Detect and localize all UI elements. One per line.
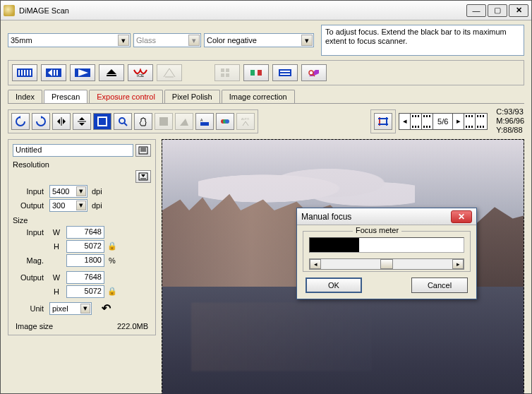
next-frame-button[interactable]: ▸ <box>453 114 464 129</box>
tab-pixel-polish[interactable]: Pixel Polish <box>164 90 220 103</box>
reset-button[interactable]: ↶ <box>97 302 114 315</box>
lock-icon[interactable]: 🔒 <box>107 287 117 297</box>
svg-marker-32 <box>79 117 85 120</box>
prescan-all-button[interactable] <box>41 64 66 81</box>
window-title: DiMAGE Scan <box>19 6 466 15</box>
dialog-titlebar[interactable]: Manual focus ✕ <box>297 208 476 225</box>
rotate-right-button[interactable] <box>32 113 50 130</box>
flip-vertical-button[interactable] <box>73 113 91 130</box>
svg-rect-4 <box>27 70 28 76</box>
svg-rect-2 <box>21 70 23 76</box>
size-label: Size <box>13 216 151 225</box>
svg-point-44 <box>225 119 229 124</box>
yellow-readout: Y:88/88 <box>496 126 524 135</box>
input-h-field[interactable]: 5072 <box>66 240 104 253</box>
scan-button[interactable] <box>70 64 95 81</box>
output-w-field[interactable]: 7648 <box>66 271 104 284</box>
ok-button[interactable]: OK <box>306 277 362 293</box>
unit-select[interactable]: pixel▾ <box>49 302 92 315</box>
eject-button[interactable] <box>99 64 124 81</box>
manual-focus-button <box>175 113 193 130</box>
svg-marker-55 <box>141 174 145 177</box>
focus-meter-label: Focus meter <box>353 226 401 234</box>
input-res-select[interactable]: 5400▾ <box>49 185 87 198</box>
app-icon <box>4 5 15 16</box>
svg-marker-39 <box>180 119 188 126</box>
dropdown-arrow-icon: ▾ <box>301 35 313 46</box>
app-window: DiMAGE Scan — ▢ ✕ 35mm ▾ Glass ▾ Color n… <box>0 0 532 394</box>
auto-exposure-button: AUTO <box>236 113 255 130</box>
svg-rect-18 <box>221 73 224 77</box>
mag-field[interactable]: 1800 <box>66 254 104 267</box>
frame-indicator: ◂ 5/6 ▸ <box>399 113 488 130</box>
load-job-button[interactable] <box>135 170 151 183</box>
svg-rect-5 <box>30 70 31 76</box>
color-match-button[interactable] <box>243 64 269 81</box>
dropdown-arrow-icon: ▾ <box>118 35 129 46</box>
pct-label: % <box>109 256 116 265</box>
image-size-value: 222.0MB <box>117 322 148 330</box>
dropdown-arrow-icon: ▾ <box>188 35 200 46</box>
svg-rect-38 <box>159 117 168 126</box>
auto-focus-button[interactable]: A <box>195 113 214 130</box>
scroll-left-button[interactable]: ◂ <box>310 259 321 269</box>
prescan-toolbar: A AUTO <box>8 109 258 133</box>
grid-button <box>214 64 240 81</box>
cyan-readout: C:93/93 <box>496 107 524 117</box>
point-af-button[interactable] <box>216 113 234 130</box>
film-type-select[interactable]: Color negative ▾ <box>204 33 314 47</box>
focus-meter-group: Focus meter ◂ ▸ <box>303 231 471 272</box>
dialog-title: Manual focus <box>301 212 451 222</box>
svg-rect-19 <box>226 73 229 77</box>
prev-frame-button[interactable]: ◂ <box>399 114 411 129</box>
scroll-right-button[interactable]: ▸ <box>452 259 464 269</box>
titlebar: DiMAGE Scan — ▢ ✕ <box>1 1 531 20</box>
svg-text:AUTO: AUTO <box>241 117 249 121</box>
svg-rect-23 <box>280 71 290 72</box>
crop-button[interactable] <box>374 113 392 130</box>
help-button[interactable] <box>301 64 327 81</box>
tab-exposure[interactable]: Exposure control <box>89 90 163 103</box>
minimize-button[interactable]: — <box>466 4 486 17</box>
output-res-select[interactable]: 300▾ <box>49 199 87 212</box>
save-job-button[interactable] <box>135 144 151 157</box>
input-w-field[interactable]: 7648 <box>66 226 104 239</box>
dialog-close-button[interactable]: ✕ <box>451 210 472 223</box>
maximize-button[interactable]: ▢ <box>488 4 507 17</box>
svg-line-37 <box>124 123 127 126</box>
preferences-button[interactable] <box>272 64 298 81</box>
svg-rect-17 <box>226 68 229 72</box>
tab-image-correction[interactable]: Image correction <box>222 90 295 103</box>
tab-bar: Index Prescan Exposure control Pixel Pol… <box>8 90 524 104</box>
rotate-left-button[interactable] <box>11 113 30 130</box>
focus-slider[interactable]: ◂ ▸ <box>309 258 464 270</box>
pan-button[interactable] <box>134 113 152 130</box>
film-format-value: 35mm <box>11 36 32 44</box>
output-h-field[interactable]: 5072 <box>66 285 104 298</box>
svg-rect-20 <box>250 70 255 76</box>
slider-thumb[interactable] <box>380 259 393 269</box>
flip-horizontal-button[interactable] <box>52 113 71 130</box>
focus-meter <box>309 237 464 253</box>
svg-rect-16 <box>221 68 224 72</box>
dropdown-arrow-icon: ▾ <box>76 201 86 210</box>
cancel-button[interactable]: Cancel <box>411 277 468 293</box>
lock-icon[interactable]: 🔒 <box>107 241 117 251</box>
tab-prescan[interactable]: Prescan <box>44 90 87 103</box>
unit-label: Unit <box>13 304 44 313</box>
pixel-polish-button <box>157 64 182 81</box>
focus-meter-fill <box>310 238 359 252</box>
load-set-button[interactable] <box>12 64 37 81</box>
window-close-button[interactable]: ✕ <box>509 4 528 17</box>
digital-ice-button[interactable]: ICE <box>128 64 153 81</box>
svg-marker-33 <box>79 123 85 126</box>
mag-label: Mag. <box>13 256 44 265</box>
svg-marker-30 <box>63 119 66 124</box>
dpi-label: dpi <box>92 187 102 196</box>
film-format-select[interactable]: 35mm ▾ <box>8 33 131 47</box>
tab-index[interactable]: Index <box>8 90 42 103</box>
fit-window-button[interactable] <box>93 113 111 130</box>
w-label: W <box>49 273 64 282</box>
job-name-field[interactable]: Untitled <box>13 144 133 157</box>
zoom-button[interactable] <box>114 113 132 130</box>
